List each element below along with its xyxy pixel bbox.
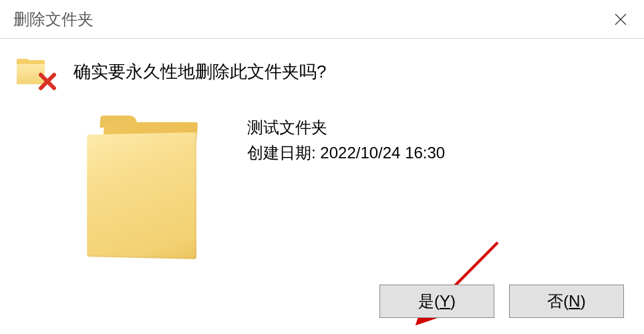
folder-icon	[80, 116, 214, 266]
folder-name-label: 测试文件夹	[247, 117, 445, 138]
folder-date-label: 创建日期: 2022/10/24 16:30	[247, 142, 445, 164]
dialog-title: 删除文件夹	[13, 9, 94, 30]
close-button[interactable]	[597, 0, 644, 39]
no-button[interactable]: 否(N)	[509, 285, 624, 318]
folder-delete-icon	[17, 59, 53, 92]
button-bar: 是(Y) 否(N)	[379, 285, 624, 318]
question-row: 确实要永久性地删除此文件夹吗?	[17, 59, 644, 92]
yes-button[interactable]: 是(Y)	[379, 285, 494, 318]
confirmation-question: 确实要永久性地删除此文件夹吗?	[73, 60, 326, 84]
close-icon	[614, 13, 627, 26]
delete-x-icon	[38, 72, 57, 91]
dialog-content: 确实要永久性地删除此文件夹吗? 测试文件夹 创建日期: 2022/10/24 1…	[0, 39, 644, 266]
title-bar: 删除文件夹	[0, 0, 644, 39]
folder-info: 测试文件夹 创建日期: 2022/10/24 16:30	[247, 117, 445, 164]
folder-details-row: 测试文件夹 创建日期: 2022/10/24 16:30	[80, 116, 644, 266]
